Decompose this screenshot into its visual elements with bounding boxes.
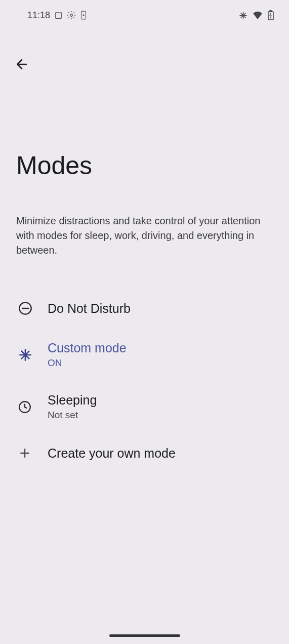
- mode-item-create-own[interactable]: Create your own mode: [16, 433, 273, 473]
- svg-point-1: [70, 14, 73, 17]
- dnd-icon: [16, 301, 48, 315]
- mode-label: Do Not Disturb: [48, 301, 273, 316]
- mode-item-sleeping[interactable]: Sleeping Not set: [16, 381, 273, 433]
- snowflake-icon: [16, 348, 48, 362]
- wifi-icon: [253, 11, 263, 19]
- gear-icon: [67, 11, 76, 20]
- mode-list: Do Not Disturb Custom mode ON Sleeping N…: [16, 288, 273, 473]
- page-description: Minimize distractions and take control o…: [16, 214, 273, 258]
- mode-text: Create your own mode: [48, 446, 273, 461]
- arrow-left-icon: [14, 57, 29, 74]
- page-title: Modes: [16, 151, 273, 180]
- device-icon: [80, 11, 87, 20]
- square-icon: [54, 11, 63, 20]
- status-time: 11:18: [27, 10, 50, 21]
- mode-status: Not set: [48, 410, 273, 421]
- main-content: Modes Minimize distractions and take con…: [0, 151, 289, 473]
- navigation-handle[interactable]: [109, 634, 180, 637]
- status-bar-right: [239, 10, 274, 20]
- mode-text: Do Not Disturb: [48, 301, 273, 316]
- mode-text: Custom mode ON: [48, 341, 273, 369]
- clock-icon: [16, 400, 48, 414]
- mode-label: Create your own mode: [48, 446, 273, 461]
- back-button[interactable]: [11, 55, 32, 76]
- mode-label: Custom mode: [48, 341, 273, 355]
- mode-label: Sleeping: [48, 393, 273, 408]
- plus-icon: [16, 447, 48, 460]
- svg-rect-4: [270, 11, 272, 12]
- mode-text: Sleeping Not set: [48, 393, 273, 421]
- mode-item-do-not-disturb[interactable]: Do Not Disturb: [16, 288, 273, 329]
- status-bar-left: 11:18: [27, 10, 87, 21]
- mode-item-custom-mode[interactable]: Custom mode ON: [16, 329, 273, 381]
- svg-rect-0: [56, 12, 61, 18]
- snowflake-status-icon: [239, 11, 247, 20]
- status-bar: 11:18: [0, 0, 289, 30]
- battery-icon: [268, 10, 274, 20]
- mode-status: ON: [48, 357, 273, 369]
